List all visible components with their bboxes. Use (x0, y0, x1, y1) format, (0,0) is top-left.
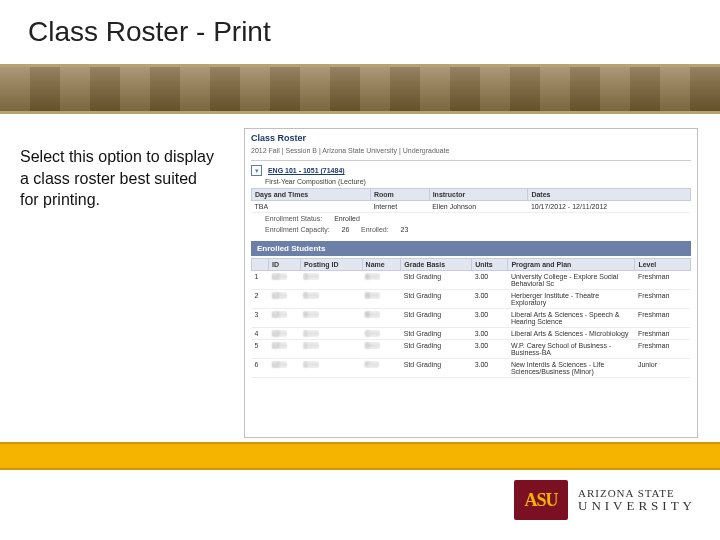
class-roster-screenshot: Class Roster 2012 Fall | Session B | Ari… (244, 128, 698, 438)
asu-logo-text-2: UNIVERSITY (578, 499, 696, 512)
meeting-table: Days and Times Room Instructor Dates TBA… (251, 188, 691, 213)
roster-heading: Class Roster (245, 129, 697, 147)
decorative-banner (0, 64, 720, 114)
table-row: 112····3······A·····Std Grading3.00Unive… (252, 271, 691, 290)
students-table: ID Posting ID Name Grade Basis Units Pro… (251, 258, 691, 378)
course-link[interactable]: ENG 101 - 1051 (71484) (268, 167, 345, 174)
table-row: 612····1······F·····Std Grading3.00New I… (252, 359, 691, 378)
enrolled-students-bar: Enrolled Students (251, 241, 691, 256)
col-instructor: Instructor (429, 189, 528, 201)
table-row: 212····5······B·····Std Grading3.00Herbe… (252, 290, 691, 309)
gold-footer-bar (0, 442, 720, 470)
asu-logo: ASU ARIZONA STATE UNIVERSITY (514, 480, 696, 520)
collapse-toggle-icon[interactable]: ▾ (251, 165, 262, 176)
course-subtitle: First-Year Composition (Lecture) (245, 178, 697, 188)
table-row: 412····1······C·····Std Grading3.00Liber… (252, 328, 691, 340)
breadcrumb: 2012 Fall | Session B | Arizona State Un… (245, 147, 697, 158)
course-row: ▾ ENG 101 - 1051 (71484) (245, 163, 697, 178)
table-row: 512····1······D·····Std Grading3.00W.P. … (252, 340, 691, 359)
col-room: Room (370, 189, 429, 201)
slide-description: Select this option to display a class ro… (20, 146, 220, 211)
asu-logo-mark: ASU (514, 480, 568, 520)
col-days: Days and Times (252, 189, 371, 201)
meeting-row: TBA Internet Ellen Johnson 10/17/2012 - … (252, 201, 691, 213)
col-dates: Dates (528, 189, 691, 201)
enrollment-capacity: Enrollment Capacity: 26 Enrolled: 23 (245, 224, 697, 235)
slide-title: Class Roster - Print (28, 16, 271, 48)
table-row: 312····9······B·····Std Grading3.00Liber… (252, 309, 691, 328)
enrollment-status: Enrollment Status: Enrolled (245, 213, 697, 224)
